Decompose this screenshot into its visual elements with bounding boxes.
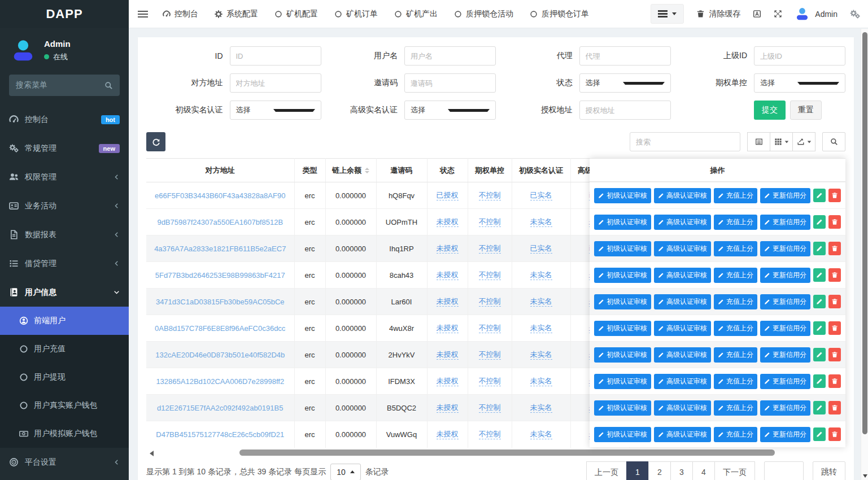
update-credit-button[interactable]: 更新信用分	[760, 321, 810, 336]
filter-agent-input[interactable]	[579, 46, 671, 66]
address-link[interactable]: 132cAE20D46e0D873b501e40f582D4b	[155, 351, 285, 359]
refresh-button[interactable]	[146, 132, 165, 151]
recharge-button[interactable]: 充值上分	[714, 321, 757, 336]
filter-parent-id-input[interactable]	[754, 46, 845, 66]
delete-button[interactable]	[828, 321, 841, 335]
junior-kyc-link[interactable]: 未实名	[530, 430, 552, 439]
recharge-button[interactable]: 充值上分	[714, 241, 757, 256]
col-type[interactable]: 类型	[294, 159, 325, 182]
update-credit-button[interactable]: 更新信用分	[760, 427, 810, 442]
senior-kyc-review-button[interactable]: 高级认证审核	[654, 241, 711, 256]
sidebar-item-reports[interactable]: 数据报表	[0, 220, 129, 249]
junior-kyc-link[interactable]: 未实名	[530, 377, 552, 386]
edit-button[interactable]	[813, 401, 826, 414]
senior-kyc-review-button[interactable]: 高级认证审核	[654, 400, 711, 416]
filter-invite-code-input[interactable]	[404, 73, 496, 93]
delete-button[interactable]	[828, 348, 841, 361]
option-control-link[interactable]: 不控制	[479, 270, 501, 280]
junior-kyc-review-button[interactable]: 初级认证审核	[594, 215, 651, 230]
recharge-button[interactable]: 充值上分	[714, 374, 757, 389]
col-address[interactable]: 对方地址	[146, 159, 294, 182]
topnav-user-menu[interactable]: Admin	[795, 6, 838, 21]
sidebar-item-general[interactable]: 常规管理 new	[0, 134, 129, 163]
filter-username-input[interactable]	[404, 46, 496, 66]
filter-option-control-select[interactable]: 选择	[754, 73, 845, 93]
option-control-link[interactable]: 不控制	[479, 191, 501, 200]
page-size-select[interactable]: 10	[330, 464, 361, 480]
sidebar-item-business[interactable]: 业务活动	[0, 191, 129, 220]
col-status[interactable]: 状态	[427, 159, 468, 182]
col-invite-code[interactable]: 邀请码	[376, 159, 427, 182]
status-link[interactable]: 未授权	[437, 244, 459, 254]
topnav-item-miner-orders[interactable]: 矿机订单	[334, 9, 378, 19]
vertical-scrollbar-thumb[interactable]	[862, 32, 867, 434]
jump-page-input[interactable]	[764, 461, 804, 480]
sidebar-item-dashboard[interactable]: 控制台 hot	[0, 105, 129, 134]
edit-button[interactable]	[813, 295, 826, 308]
filter-senior-kyc-select[interactable]: 选择	[404, 101, 496, 120]
update-credit-button[interactable]: 更新信用分	[760, 268, 810, 283]
junior-kyc-link[interactable]: 未实名	[530, 350, 552, 360]
scroll-down-arrow-icon[interactable]	[863, 474, 867, 478]
delete-button[interactable]	[828, 427, 841, 441]
recharge-button[interactable]: 充值上分	[714, 347, 757, 363]
col-balance[interactable]: 链上余额	[325, 159, 376, 182]
junior-kyc-link[interactable]: 未实名	[530, 324, 552, 333]
junior-kyc-link[interactable]: 未实名	[530, 297, 552, 307]
junior-kyc-review-button[interactable]: 初级认证审核	[594, 188, 651, 203]
senior-kyc-review-button[interactable]: 高级认证审核	[654, 427, 711, 442]
delete-button[interactable]	[828, 215, 841, 229]
sidebar-item-user-info[interactable]: 用户信息	[0, 278, 129, 307]
recharge-button[interactable]: 充值上分	[714, 294, 757, 309]
recharge-button[interactable]: 充值上分	[714, 427, 757, 442]
address-link[interactable]: 132865A12Bd102CAA006D7e28998ff2	[156, 377, 284, 386]
status-link[interactable]: 未授权	[437, 297, 459, 307]
senior-kyc-review-button[interactable]: 高级认证审核	[654, 347, 711, 363]
edit-button[interactable]	[813, 321, 826, 335]
status-link[interactable]: 未授权	[437, 430, 459, 439]
topnav-item-staking-orders[interactable]: 质押锁仓订单	[530, 9, 589, 19]
settings-cogs-icon[interactable]	[850, 10, 860, 19]
page-button-1[interactable]: 1	[626, 461, 649, 480]
junior-kyc-review-button[interactable]: 初级认证审核	[594, 241, 651, 256]
filter-status-select[interactable]: 选择	[579, 73, 671, 93]
address-link[interactable]: D47BB451575127748cE26c5cb09fD21	[156, 430, 284, 439]
sidebar-menu-search-input[interactable]: 搜索菜单	[9, 75, 120, 96]
delete-button[interactable]	[828, 374, 841, 388]
senior-kyc-review-button[interactable]: 高级认证审核	[654, 321, 711, 336]
status-link[interactable]: 未授权	[437, 403, 459, 413]
filter-auth-address-input[interactable]	[579, 101, 671, 120]
status-link[interactable]: 未授权	[437, 270, 459, 280]
senior-kyc-review-button[interactable]: 高级认证审核	[654, 215, 711, 230]
filter-address-input[interactable]	[230, 73, 321, 93]
junior-kyc-link[interactable]: 未实名	[530, 270, 552, 280]
reset-button[interactable]: 重置	[790, 101, 822, 120]
sidebar-item-lending[interactable]: 借贷管理	[0, 249, 129, 278]
option-control-link[interactable]: 不控制	[479, 244, 501, 254]
sidebar-item-platform-settings[interactable]: 平台设置	[0, 448, 129, 477]
update-credit-button[interactable]: 更新信用分	[760, 188, 810, 203]
junior-kyc-review-button[interactable]: 初级认证审核	[594, 268, 651, 283]
filter-id-input[interactable]	[230, 46, 321, 66]
next-page-button[interactable]: 下一页	[714, 461, 755, 480]
update-credit-button[interactable]: 更新信用分	[760, 215, 810, 230]
update-credit-button[interactable]: 更新信用分	[760, 241, 810, 256]
update-credit-button[interactable]: 更新信用分	[760, 400, 810, 416]
page-button-3[interactable]: 3	[670, 461, 693, 480]
edit-button[interactable]	[813, 268, 826, 282]
page-button-4[interactable]: 4	[692, 461, 715, 480]
sidebar-item-permissions[interactable]: 权限管理	[0, 163, 129, 191]
detail-view-button[interactable]	[747, 132, 770, 151]
junior-kyc-review-button[interactable]: 初级认证审核	[594, 321, 651, 336]
junior-kyc-review-button[interactable]: 初级认证审核	[594, 374, 651, 389]
delete-button[interactable]	[828, 401, 841, 414]
junior-kyc-link[interactable]: 已实名	[530, 191, 552, 200]
menu-dropdown-toggle[interactable]	[651, 4, 684, 24]
status-link[interactable]: 已授权	[437, 191, 459, 200]
delete-button[interactable]	[828, 268, 841, 282]
col-option-control[interactable]: 期权单控	[468, 159, 512, 182]
address-link[interactable]: 3471d3C1aD03815Fb30be59AC05bCe	[156, 298, 285, 306]
delete-button[interactable]	[828, 295, 841, 308]
col-junior-kyc[interactable]: 初级实名认证	[512, 159, 570, 182]
sidebar-subitem-user-withdraw[interactable]: 用户提现	[0, 363, 129, 391]
